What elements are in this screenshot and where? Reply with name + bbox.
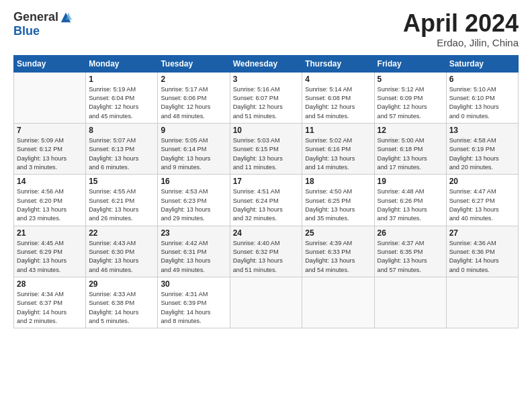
calendar-week-row: 7Sunrise: 5:09 AM Sunset: 6:12 PM Daylig… bbox=[14, 123, 519, 174]
month-year: April 2024 bbox=[403, 10, 519, 37]
calendar-cell: 1Sunrise: 5:19 AM Sunset: 6:04 PM Daylig… bbox=[86, 72, 158, 123]
day-info: Sunrise: 4:42 AM Sunset: 6:31 PM Dayligh… bbox=[161, 239, 226, 275]
day-number: 22 bbox=[89, 228, 154, 238]
day-number: 6 bbox=[449, 75, 515, 84]
day-number: 12 bbox=[378, 126, 443, 135]
day-info: Sunrise: 5:10 AM Sunset: 6:10 PM Dayligh… bbox=[449, 85, 515, 121]
day-info: Sunrise: 4:45 AM Sunset: 6:29 PM Dayligh… bbox=[17, 239, 83, 275]
calendar-week-row: 21Sunrise: 4:45 AM Sunset: 6:29 PM Dayli… bbox=[14, 226, 519, 277]
calendar-cell: 21Sunrise: 4:45 AM Sunset: 6:29 PM Dayli… bbox=[14, 226, 86, 277]
calendar-cell: 17Sunrise: 4:51 AM Sunset: 6:24 PM Dayli… bbox=[230, 175, 302, 226]
day-number: 26 bbox=[378, 228, 443, 238]
day-info: Sunrise: 5:05 AM Sunset: 6:14 PM Dayligh… bbox=[161, 136, 226, 172]
day-info: Sunrise: 4:50 AM Sunset: 6:25 PM Dayligh… bbox=[305, 187, 371, 223]
calendar-header-thursday: Thursday bbox=[302, 55, 374, 72]
day-number: 21 bbox=[17, 228, 83, 238]
day-info: Sunrise: 4:37 AM Sunset: 6:35 PM Dayligh… bbox=[378, 239, 443, 275]
day-info: Sunrise: 4:40 AM Sunset: 6:32 PM Dayligh… bbox=[233, 239, 300, 275]
calendar-header-sunday: Sunday bbox=[14, 55, 86, 72]
title-block: April 2024 Erdao, Jilin, China bbox=[403, 10, 519, 48]
day-number: 11 bbox=[305, 126, 371, 135]
day-info: Sunrise: 5:16 AM Sunset: 6:07 PM Dayligh… bbox=[233, 85, 300, 121]
logo: General Blue bbox=[13, 10, 72, 38]
day-number: 8 bbox=[89, 126, 154, 135]
calendar-cell bbox=[230, 277, 302, 328]
day-number: 9 bbox=[161, 126, 226, 135]
calendar: SundayMondayTuesdayWednesdayThursdayFrid… bbox=[13, 55, 519, 329]
calendar-cell bbox=[302, 277, 374, 328]
day-number: 10 bbox=[233, 126, 300, 135]
page: General Blue April 2024 Erdao, Jilin, Ch… bbox=[0, 0, 532, 335]
calendar-header-row: SundayMondayTuesdayWednesdayThursdayFrid… bbox=[14, 55, 519, 72]
day-info: Sunrise: 4:34 AM Sunset: 6:37 PM Dayligh… bbox=[17, 290, 83, 326]
day-number: 2 bbox=[161, 75, 226, 84]
day-info: Sunrise: 4:58 AM Sunset: 6:19 PM Dayligh… bbox=[449, 136, 515, 172]
day-number: 7 bbox=[17, 126, 83, 135]
calendar-week-row: 1Sunrise: 5:19 AM Sunset: 6:04 PM Daylig… bbox=[14, 72, 519, 123]
day-number: 30 bbox=[161, 279, 226, 289]
day-number: 5 bbox=[378, 75, 443, 84]
calendar-cell: 11Sunrise: 5:02 AM Sunset: 6:16 PM Dayli… bbox=[302, 123, 374, 174]
calendar-cell: 6Sunrise: 5:10 AM Sunset: 6:10 PM Daylig… bbox=[446, 72, 518, 123]
calendar-cell: 27Sunrise: 4:36 AM Sunset: 6:36 PM Dayli… bbox=[446, 226, 518, 277]
day-number: 15 bbox=[89, 177, 154, 186]
day-info: Sunrise: 4:33 AM Sunset: 6:38 PM Dayligh… bbox=[89, 290, 154, 326]
calendar-cell: 12Sunrise: 5:00 AM Sunset: 6:18 PM Dayli… bbox=[374, 123, 446, 174]
calendar-header-tuesday: Tuesday bbox=[158, 55, 230, 72]
calendar-cell bbox=[446, 277, 518, 328]
calendar-cell: 2Sunrise: 5:17 AM Sunset: 6:06 PM Daylig… bbox=[158, 72, 230, 123]
logo-general: General bbox=[13, 10, 58, 24]
calendar-cell: 8Sunrise: 5:07 AM Sunset: 6:13 PM Daylig… bbox=[86, 123, 158, 174]
calendar-cell: 7Sunrise: 5:09 AM Sunset: 6:12 PM Daylig… bbox=[14, 123, 86, 174]
calendar-cell: 23Sunrise: 4:42 AM Sunset: 6:31 PM Dayli… bbox=[158, 226, 230, 277]
day-number: 20 bbox=[449, 177, 515, 186]
calendar-cell: 22Sunrise: 4:43 AM Sunset: 6:30 PM Dayli… bbox=[86, 226, 158, 277]
day-info: Sunrise: 5:12 AM Sunset: 6:09 PM Dayligh… bbox=[378, 85, 443, 121]
header: General Blue April 2024 Erdao, Jilin, Ch… bbox=[13, 10, 519, 48]
day-number: 23 bbox=[161, 228, 226, 238]
day-info: Sunrise: 4:36 AM Sunset: 6:36 PM Dayligh… bbox=[449, 239, 515, 275]
day-info: Sunrise: 5:02 AM Sunset: 6:16 PM Dayligh… bbox=[305, 136, 371, 172]
calendar-cell bbox=[374, 277, 446, 328]
day-number: 25 bbox=[305, 228, 371, 238]
calendar-cell: 29Sunrise: 4:33 AM Sunset: 6:38 PM Dayli… bbox=[86, 277, 158, 328]
calendar-week-row: 14Sunrise: 4:56 AM Sunset: 6:20 PM Dayli… bbox=[14, 175, 519, 226]
day-number: 13 bbox=[449, 126, 515, 135]
day-number: 19 bbox=[378, 177, 443, 186]
calendar-cell: 15Sunrise: 4:55 AM Sunset: 6:21 PM Dayli… bbox=[86, 175, 158, 226]
day-number: 17 bbox=[233, 177, 300, 186]
calendar-header-wednesday: Wednesday bbox=[230, 55, 302, 72]
calendar-cell: 30Sunrise: 4:31 AM Sunset: 6:39 PM Dayli… bbox=[158, 277, 230, 328]
calendar-cell: 16Sunrise: 4:53 AM Sunset: 6:23 PM Dayli… bbox=[158, 175, 230, 226]
day-number: 1 bbox=[89, 75, 154, 84]
calendar-cell: 20Sunrise: 4:47 AM Sunset: 6:27 PM Dayli… bbox=[446, 175, 518, 226]
day-info: Sunrise: 5:00 AM Sunset: 6:18 PM Dayligh… bbox=[378, 136, 443, 172]
day-info: Sunrise: 4:56 AM Sunset: 6:20 PM Dayligh… bbox=[17, 187, 83, 223]
day-number: 14 bbox=[17, 177, 83, 186]
day-info: Sunrise: 4:47 AM Sunset: 6:27 PM Dayligh… bbox=[449, 187, 515, 223]
day-number: 27 bbox=[449, 228, 515, 238]
day-number: 18 bbox=[305, 177, 371, 186]
day-number: 16 bbox=[161, 177, 226, 186]
calendar-cell bbox=[14, 72, 86, 123]
calendar-header-saturday: Saturday bbox=[446, 55, 518, 72]
day-info: Sunrise: 5:03 AM Sunset: 6:15 PM Dayligh… bbox=[233, 136, 300, 172]
day-info: Sunrise: 5:07 AM Sunset: 6:13 PM Dayligh… bbox=[89, 136, 154, 172]
day-info: Sunrise: 5:17 AM Sunset: 6:06 PM Dayligh… bbox=[161, 85, 226, 121]
day-number: 24 bbox=[233, 228, 300, 238]
calendar-cell: 5Sunrise: 5:12 AM Sunset: 6:09 PM Daylig… bbox=[374, 72, 446, 123]
calendar-cell: 4Sunrise: 5:14 AM Sunset: 6:08 PM Daylig… bbox=[302, 72, 374, 123]
calendar-week-row: 28Sunrise: 4:34 AM Sunset: 6:37 PM Dayli… bbox=[14, 277, 519, 328]
day-info: Sunrise: 4:51 AM Sunset: 6:24 PM Dayligh… bbox=[233, 187, 300, 223]
day-info: Sunrise: 4:48 AM Sunset: 6:26 PM Dayligh… bbox=[378, 187, 443, 223]
day-info: Sunrise: 5:14 AM Sunset: 6:08 PM Dayligh… bbox=[305, 85, 371, 121]
day-info: Sunrise: 4:43 AM Sunset: 6:30 PM Dayligh… bbox=[89, 239, 154, 275]
logo-blue: Blue bbox=[13, 24, 40, 38]
calendar-cell: 10Sunrise: 5:03 AM Sunset: 6:15 PM Dayli… bbox=[230, 123, 302, 174]
day-number: 28 bbox=[17, 279, 83, 289]
calendar-cell: 19Sunrise: 4:48 AM Sunset: 6:26 PM Dayli… bbox=[374, 175, 446, 226]
calendar-cell: 14Sunrise: 4:56 AM Sunset: 6:20 PM Dayli… bbox=[14, 175, 86, 226]
day-number: 4 bbox=[305, 75, 371, 84]
calendar-header-monday: Monday bbox=[86, 55, 158, 72]
calendar-cell: 24Sunrise: 4:40 AM Sunset: 6:32 PM Dayli… bbox=[230, 226, 302, 277]
